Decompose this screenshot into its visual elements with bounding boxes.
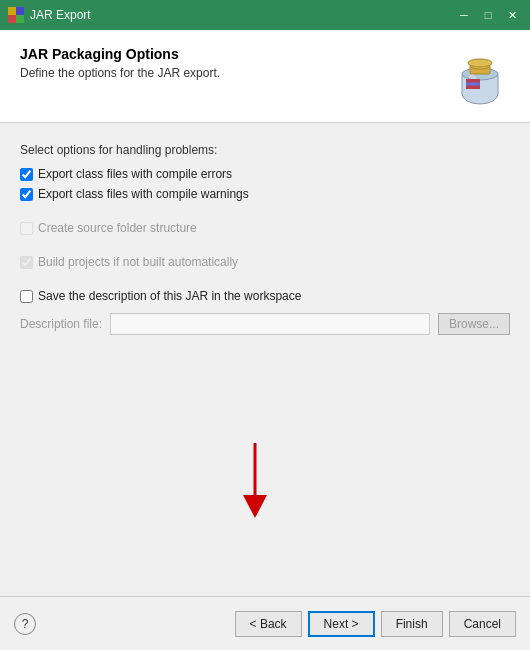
description-file-input[interactable] bbox=[110, 313, 430, 335]
minimize-button[interactable]: ─ bbox=[454, 6, 474, 24]
build-projects-label: Build projects if not built automaticall… bbox=[38, 255, 238, 269]
create-source-label: Create source folder structure bbox=[38, 221, 197, 235]
titlebar-controls: ─ □ ✕ bbox=[454, 6, 522, 24]
save-description-label[interactable]: Save the description of this JAR in the … bbox=[38, 289, 301, 303]
titlebar-left: JAR Export bbox=[8, 7, 91, 23]
svg-rect-14 bbox=[466, 79, 480, 83]
svg-marker-17 bbox=[243, 495, 267, 518]
titlebar: JAR Export ─ □ ✕ bbox=[0, 0, 530, 30]
export-warnings-label[interactable]: Export class files with compile warnings bbox=[38, 187, 249, 201]
separator-1 bbox=[20, 207, 510, 221]
footer: ? < Back Next > Finish Cancel bbox=[0, 596, 530, 650]
jar-icon bbox=[450, 46, 510, 106]
finish-button[interactable]: Finish bbox=[381, 611, 443, 637]
export-warnings-checkbox[interactable] bbox=[20, 188, 33, 201]
svg-rect-3 bbox=[16, 15, 24, 23]
header-text: JAR Packaging Options Define the options… bbox=[20, 46, 220, 80]
separator-3 bbox=[20, 275, 510, 289]
checkbox-row-5: Save the description of this JAR in the … bbox=[20, 289, 510, 303]
titlebar-title: JAR Export bbox=[30, 8, 91, 22]
jar-title-icon bbox=[8, 7, 24, 23]
body-section: Select options for handling problems: Ex… bbox=[0, 123, 530, 596]
browse-button[interactable]: Browse... bbox=[438, 313, 510, 335]
footer-left: ? bbox=[14, 613, 36, 635]
page-subtitle: Define the options for the JAR export. bbox=[20, 66, 220, 80]
cancel-button[interactable]: Cancel bbox=[449, 611, 516, 637]
description-file-label: Description file: bbox=[20, 317, 102, 331]
main-content: JAR Packaging Options Define the options… bbox=[0, 30, 530, 650]
checkbox-row-1: Export class files with compile errors bbox=[20, 167, 510, 181]
footer-right: < Back Next > Finish Cancel bbox=[235, 611, 516, 637]
separator-2 bbox=[20, 241, 510, 255]
header-section: JAR Packaging Options Define the options… bbox=[0, 30, 530, 123]
problems-label: Select options for handling problems: bbox=[20, 143, 510, 157]
close-button[interactable]: ✕ bbox=[502, 6, 522, 24]
arrow-indicator bbox=[235, 443, 275, 526]
page-title: JAR Packaging Options bbox=[20, 46, 220, 62]
svg-rect-1 bbox=[16, 7, 24, 15]
create-source-checkbox[interactable] bbox=[20, 222, 33, 235]
help-button[interactable]: ? bbox=[14, 613, 36, 635]
checkbox-row-2: Export class files with compile warnings bbox=[20, 187, 510, 201]
svg-rect-15 bbox=[466, 86, 480, 90]
checkbox-row-3: Create source folder structure bbox=[20, 221, 510, 235]
build-projects-checkbox[interactable] bbox=[20, 256, 33, 269]
back-button[interactable]: < Back bbox=[235, 611, 302, 637]
save-description-checkbox[interactable] bbox=[20, 290, 33, 303]
maximize-button[interactable]: □ bbox=[478, 6, 498, 24]
next-button[interactable]: Next > bbox=[308, 611, 375, 637]
export-errors-checkbox[interactable] bbox=[20, 168, 33, 181]
checkbox-row-4: Build projects if not built automaticall… bbox=[20, 255, 510, 269]
svg-point-11 bbox=[468, 59, 492, 67]
svg-rect-2 bbox=[8, 7, 16, 15]
export-errors-label[interactable]: Export class files with compile errors bbox=[38, 167, 232, 181]
svg-rect-0 bbox=[8, 15, 16, 23]
description-row: Description file: Browse... bbox=[20, 313, 510, 335]
